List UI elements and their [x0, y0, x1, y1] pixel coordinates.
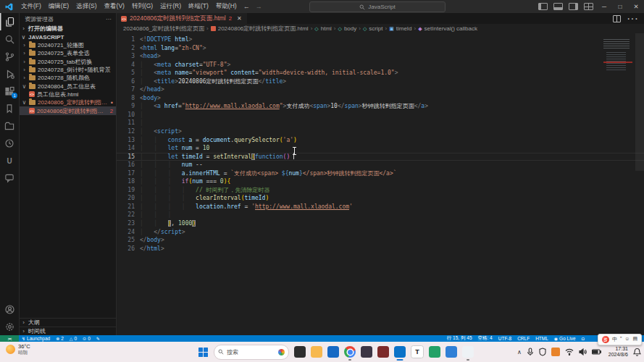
remote-indicator[interactable]: >< [0, 335, 19, 342]
ime-button[interactable]: ” [620, 336, 622, 343]
security-shield-icon[interactable] [539, 348, 546, 356]
chrome-icon[interactable] [344, 346, 356, 358]
history-icon[interactable] [0, 135, 19, 152]
tab-active[interactable]: <> 20240806定时跳转到指定页面.html 2 ✕ [116, 13, 247, 24]
menu-item[interactable]: 终端(T) [185, 2, 212, 11]
source-control-icon[interactable] [0, 48, 19, 65]
tree-item[interactable]: ›20240725_表单全选 [19, 49, 116, 57]
menu-item[interactable]: 文件(F) [17, 2, 45, 11]
account-icon[interactable] [0, 300, 19, 318]
status-item[interactable]: Ω [579, 337, 588, 341]
clock[interactable]: 17:31 2024/8/6 [609, 346, 628, 358]
maximize-button[interactable]: □ [612, 3, 628, 10]
tree-item[interactable]: ›20240728_随机颜色 [19, 74, 116, 82]
ime-button[interactable]: ☺ [624, 336, 630, 343]
tree-item[interactable]: ›20240721_轮播图 [19, 41, 116, 49]
breadcrumb-item[interactable]: setInterval() callback [425, 25, 477, 32]
chat-icon[interactable] [0, 169, 19, 187]
tree-item[interactable]: ›20240728_倒计时+随机背景 [19, 66, 116, 74]
hidden-icons-chevron[interactable]: ∧ [517, 349, 522, 355]
tree-item[interactable]: ∨20240804_员工信息表 [19, 82, 116, 90]
minimap[interactable] [603, 39, 634, 87]
search-icon[interactable] [0, 30, 19, 48]
sogou-logo-icon[interactable]: S [602, 336, 609, 343]
minimize-button[interactable]: ─ [596, 3, 612, 10]
tree-item[interactable]: <>20240806定时跳转到指定页面.html2 [19, 106, 116, 114]
status-item[interactable]: ◉Go Live [551, 336, 579, 341]
timeline-section[interactable]: › 时间线 [19, 327, 116, 335]
open-editors-section[interactable]: › 打开的编辑器 [19, 25, 116, 33]
tree-item[interactable]: <>员工信息表.html [19, 90, 116, 98]
split-editor-icon[interactable] [613, 15, 621, 22]
store-icon[interactable] [327, 346, 339, 358]
run-and-debug-icon[interactable] [0, 65, 19, 83]
status-item[interactable]: △0 [67, 336, 80, 341]
editor-more-actions-icon[interactable]: ··· [627, 12, 638, 25]
loop-app-icon[interactable] [462, 346, 474, 358]
status-item[interactable]: 空格: 4 [475, 335, 495, 342]
input-method-toolbar[interactable]: S 中”☺▤ [598, 334, 642, 345]
workspace-section[interactable]: ∨ JAVASCRIPT [19, 33, 116, 42]
tree-item[interactable]: ›20240725_tab栏切换 [19, 58, 116, 66]
status-item[interactable]: 行 15, 列 45 [444, 335, 475, 342]
explorer-more-actions-icon[interactable]: ··· [106, 16, 112, 22]
forward-arrow-icon[interactable]: → [253, 3, 265, 10]
code-editor[interactable]: 1<!DOCTYPE html>2<html lang="zh-CN">3<he… [116, 33, 644, 335]
toggle-sidebar-icon[interactable] [538, 3, 548, 10]
volume-icon[interactable] [579, 348, 587, 355]
extensions-icon[interactable]: 1 [0, 83, 19, 100]
customize-layout-icon[interactable] [584, 3, 593, 10]
command-center-search[interactable]: JavaScript [309, 1, 446, 12]
outline-section[interactable]: › 大纲 [19, 318, 116, 327]
microphone-icon[interactable] [527, 348, 534, 356]
ime-button[interactable]: ▤ [632, 336, 637, 343]
menu-item[interactable]: 帮助(H) [212, 2, 241, 11]
app-dark-icon[interactable] [361, 346, 372, 358]
menu-item[interactable]: 选择(S) [72, 2, 100, 11]
status-item[interactable]: HTML [532, 336, 551, 341]
toggle-panel-icon[interactable] [553, 3, 563, 10]
start-button[interactable] [197, 346, 209, 358]
breadcrumb-item[interactable]: 20240806定时跳转到指定页面.html [218, 25, 309, 33]
typora-icon[interactable]: T [411, 345, 424, 358]
menu-item[interactable]: 编辑(E) [45, 2, 72, 11]
breadcrumb-item[interactable]: timeId [396, 25, 412, 32]
status-item[interactable]: ⊗2 [53, 336, 67, 341]
settings-gear-icon[interactable] [0, 318, 19, 335]
status-item[interactable]: ⊙0 [80, 336, 93, 341]
project-manager-icon[interactable] [0, 117, 19, 135]
editor-scrollbar[interactable] [635, 33, 644, 171]
explorer-icon[interactable] [0, 13, 19, 30]
status-item[interactable]: UTF-8 [495, 336, 514, 341]
tray-app-icon[interactable] [551, 348, 560, 356]
vscode-icon[interactable] [394, 346, 406, 358]
toggle-secondary-sidebar-icon[interactable] [569, 3, 578, 10]
app-dark-red-icon[interactable] [377, 346, 389, 358]
task-view-icon[interactable] [294, 346, 306, 358]
taskbar-search[interactable]: 搜索 [214, 345, 289, 360]
breadcrumb-item[interactable]: html [321, 25, 332, 32]
docs-icon[interactable] [446, 346, 457, 358]
close-button[interactable]: ✕ [628, 3, 644, 10]
u-extension-icon[interactable]: U [0, 152, 19, 169]
status-item[interactable]: ↯Launchpad [19, 336, 53, 341]
breadcrumb-item[interactable]: body [344, 25, 356, 32]
file-explorer-icon[interactable] [311, 346, 322, 358]
menu-item[interactable]: 转到(G) [128, 2, 156, 11]
tab-close-icon[interactable]: ✕ [237, 15, 242, 22]
menu-item[interactable]: 查看(V) [101, 2, 128, 11]
breadcrumb-item[interactable]: 20240806_定时跳转到指定页面 [123, 25, 204, 33]
breadcrumb-item[interactable]: script [369, 25, 382, 32]
back-arrow-icon[interactable]: ← [241, 3, 253, 10]
weather-widget[interactable]: 36°C 晴朗 [6, 344, 30, 355]
bookmarks-icon[interactable] [0, 100, 19, 117]
menu-item[interactable]: 运行(R) [156, 2, 185, 11]
tree-item[interactable]: ∨20240806_定时跳转到指定页面• [19, 98, 116, 106]
battery-icon[interactable] [592, 349, 601, 355]
notifications-bell-icon[interactable] [633, 348, 641, 356]
ime-button[interactable]: 中 [612, 336, 617, 343]
app-green-icon[interactable] [429, 346, 440, 358]
status-item[interactable]: ✎ [93, 336, 103, 341]
wifi-icon[interactable] [565, 348, 574, 355]
status-item[interactable]: CRLF [514, 336, 532, 341]
